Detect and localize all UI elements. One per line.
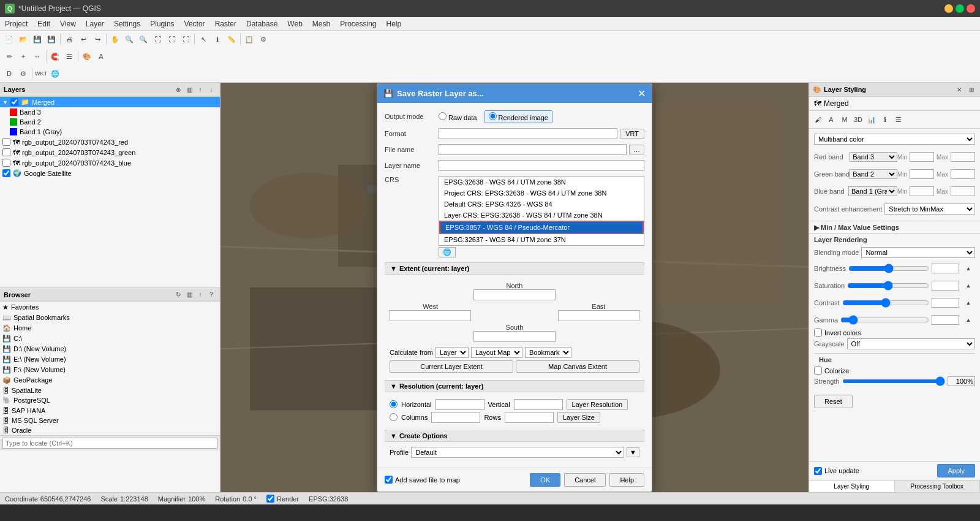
resolution-section-header[interactable]: ▼ Resolution (current: layer) (385, 380, 644, 392)
crs-option-layer[interactable]: Layer CRS: EPSG:32638 - WGS 84 / UTM zon… (439, 210, 644, 221)
green-max-input[interactable]: 4224 (951, 169, 975, 179)
open-btn[interactable]: 📂 (17, 32, 30, 46)
green-band-select[interactable]: Band 2 (850, 169, 897, 179)
browser-oracle[interactable]: 🗄 Oracle (0, 425, 220, 435)
crs-option-default[interactable]: Default CRS: EPSG:4326 - WGS 84 (439, 199, 644, 210)
ok-button[interactable]: OK (530, 473, 560, 487)
browser-sap-hana[interactable]: 🗄 SAP HANA (0, 406, 220, 416)
menu-view[interactable]: View (55, 18, 81, 29)
blue-max-input[interactable]: 3172 (951, 186, 975, 196)
format-input[interactable] (439, 128, 617, 139)
red-band-select[interactable]: Band 3 (850, 152, 897, 162)
menu-help[interactable]: Help (382, 18, 407, 29)
metadata-icon[interactable]: ℹ (879, 113, 891, 126)
contrast-select[interactable]: Stretch to MinMax (884, 203, 975, 215)
layer-rgb-blue-checkbox[interactable] (2, 159, 10, 167)
strength-slider[interactable] (842, 379, 945, 383)
browser-spatial-bookmarks[interactable]: 📖 Spatial Bookmarks (0, 313, 220, 323)
menu-database[interactable]: Database (241, 18, 282, 29)
layer-google-checkbox[interactable] (2, 169, 10, 177)
red-max-input[interactable]: 5340 (951, 152, 975, 162)
layers-down-btn[interactable]: ↓ (206, 85, 216, 94)
browser-spatialite[interactable]: 🗄 SpatiaLite (0, 386, 220, 395)
browser-up-btn[interactable]: ↑ (195, 290, 205, 300)
crs-browse-btn[interactable]: 🌐 (439, 247, 456, 257)
gamma-input[interactable]: 1.00 (932, 315, 959, 325)
horizontal-res-input[interactable]: 11.161 (435, 399, 484, 410)
help-button[interactable]: Help (609, 473, 644, 487)
contrast-val-input[interactable]: 0 (932, 298, 959, 308)
crs-option-project[interactable]: Project CRS: EPSG:32638 - WGS 84 / UTM z… (439, 188, 644, 199)
horizontal-res-radio[interactable] (390, 400, 398, 408)
close-button[interactable] (967, 4, 975, 13)
menu-web[interactable]: Web (282, 18, 307, 29)
processing-btn[interactable]: ⚙ (257, 32, 270, 46)
settings2-btn[interactable]: ⚙ (17, 67, 30, 80)
select-btn[interactable]: ↖ (197, 32, 210, 46)
layer-order-btn[interactable]: ☰ (62, 50, 76, 63)
layer-item-band2[interactable]: Band 2 (0, 117, 220, 127)
browser-filter-btn[interactable]: ▥ (184, 290, 194, 300)
label-btn[interactable]: A (94, 50, 108, 63)
label-style-icon[interactable]: A (825, 113, 837, 126)
browser-c-drive[interactable]: 💾 C:\ (0, 333, 220, 344)
layer-item-rgb-green[interactable]: 🗺 rgb_output_20240703T074243_green (0, 147, 220, 158)
menu-settings[interactable]: Settings (109, 18, 145, 29)
maximize-button[interactable] (956, 4, 964, 13)
browser-f-drive[interactable]: 💾 F:\ (New Volume) (0, 365, 220, 375)
tab-layer-styling[interactable]: Layer Styling (809, 481, 895, 492)
add-to-map-checkbox[interactable] (385, 476, 393, 484)
redo-btn[interactable]: ↪ (91, 32, 104, 46)
new-project-btn[interactable]: 📄 (2, 32, 16, 46)
crs-option-32637[interactable]: EPSG:32637 - WGS 84 / UTM zone 37N (439, 234, 644, 245)
browser-help-btn[interactable]: ? (206, 290, 216, 300)
map-canvas-extent-btn[interactable]: Map Canvas Extent (516, 360, 639, 373)
layer-item-google-satellite[interactable]: 🌍 Google Satellite (0, 168, 220, 178)
layer-resolution-btn[interactable]: Layer Resolution (567, 399, 628, 410)
diagram-icon[interactable]: 📊 (865, 113, 878, 126)
render-type-select[interactable]: Multiband color (814, 134, 975, 145)
attribute-table-btn[interactable]: 📋 (243, 32, 256, 46)
layer-item-rgb-blue[interactable]: 🗺 rgb_output_20240703T074243_blue (0, 158, 220, 168)
cancel-button[interactable]: Cancel (564, 473, 606, 487)
brightness-up[interactable]: ▲ (962, 262, 975, 275)
west-input[interactable]: 5150278.6124 (390, 310, 471, 321)
blending-select[interactable]: Normal (861, 247, 975, 258)
identify-btn[interactable]: ℹ (211, 32, 224, 46)
rendered-image-radio[interactable] (489, 112, 497, 120)
zoom-full-btn[interactable]: ⛶ (151, 32, 164, 46)
style-btn[interactable]: 🎨 (80, 50, 94, 63)
live-update-checkbox[interactable] (814, 467, 822, 475)
paint-icon[interactable]: 🖌 (812, 113, 824, 126)
zoom-layer-btn[interactable]: ⛶ (165, 32, 178, 46)
layer-rgb-green-checkbox[interactable] (2, 148, 10, 156)
menu-mesh[interactable]: Mesh (307, 18, 335, 29)
browse-button[interactable]: … (629, 145, 644, 154)
red-min-input[interactable]: 0 (910, 152, 934, 162)
create-options-header[interactable]: ▼ Create Options (385, 430, 644, 442)
3d-icon[interactable]: 3D (852, 113, 864, 126)
vertical-res-input[interactable]: 10.9228 (514, 399, 563, 410)
menu-edit[interactable]: Edit (32, 18, 55, 29)
north-input[interactable]: 2934532.6940 (473, 289, 555, 300)
crs-option-3857[interactable]: EPSG:3857 - WGS 84 / Pseudo-Mercator (439, 221, 644, 234)
zoom-selection-btn[interactable]: ⛶ (179, 32, 192, 46)
print-btn[interactable]: 🖨 (62, 32, 76, 46)
add-to-map-label[interactable]: Add saved file to map (385, 476, 460, 484)
minimize-button[interactable] (944, 4, 953, 13)
mask-icon[interactable]: M (839, 113, 851, 126)
profile-select[interactable]: Default (411, 447, 624, 458)
filename-input[interactable] (439, 144, 627, 155)
rows-input[interactable]: 14313 (505, 412, 554, 423)
layer-merged-checkbox[interactable] (10, 98, 18, 106)
browser-favorites[interactable]: ★ Favorites (0, 302, 220, 313)
locate-input[interactable] (2, 438, 217, 449)
pan-btn[interactable]: ✋ (108, 32, 122, 46)
calc-layout-select[interactable]: Layout Map (471, 347, 522, 358)
zoom-out-btn[interactable]: 🔍 (137, 32, 150, 46)
vrt-button[interactable]: VRT (620, 129, 644, 139)
layers-filter-btn[interactable]: ▥ (184, 85, 194, 94)
browser-geopackage[interactable]: 📦 GeoPackage (0, 375, 220, 386)
zoom-in-btn[interactable]: 🔍 (123, 32, 136, 46)
reset-button[interactable]: Reset (814, 395, 853, 408)
